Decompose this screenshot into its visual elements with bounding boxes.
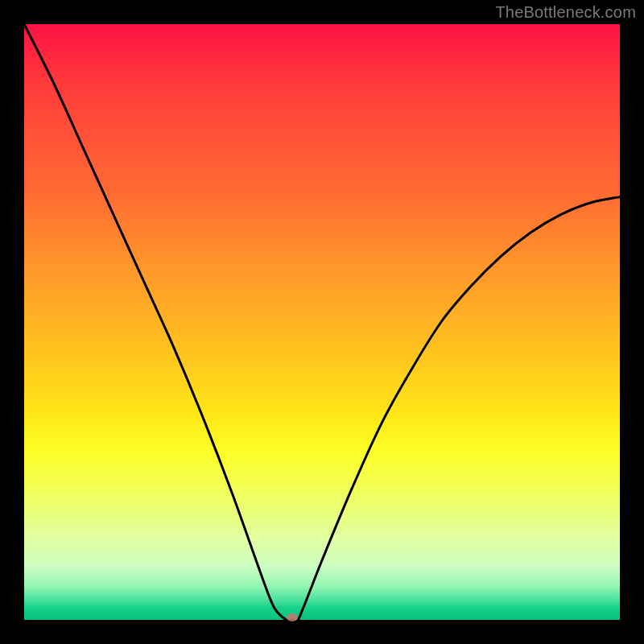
chart-plot-area bbox=[24, 24, 620, 620]
chart-frame: TheBottleneck.com bbox=[0, 0, 644, 644]
chart-svg bbox=[24, 24, 620, 620]
bottleneck-curve bbox=[24, 24, 620, 624]
optimal-marker bbox=[287, 613, 298, 621]
watermark-text: TheBottleneck.com bbox=[495, 3, 636, 22]
